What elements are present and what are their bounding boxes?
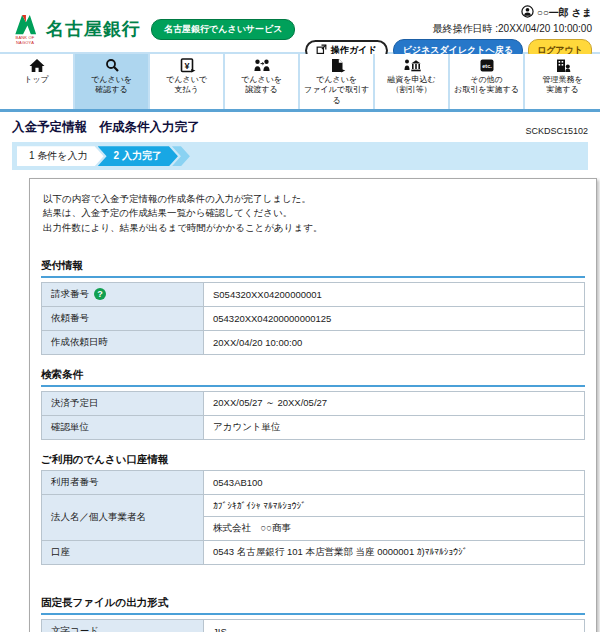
step-2: 2 入力完了 [98,146,178,166]
table-row: 利用者番号 0543AB100 [42,470,585,494]
nav-item-confirm-densai[interactable]: でんさいを 確認する [75,54,150,109]
confirmation-unit-value: アカウント単位 [204,415,585,439]
reception-info-table: 請求番号? S054320XX04200000001 依頼番号 054320XX… [41,282,585,355]
char-code-value: JIS [204,619,585,632]
nav-item-top[interactable]: トップ [0,54,75,109]
main-nav: トップ でんさいを 確認する ¥ でんさいで 支払う でんさいを 譲渡する でん… [0,52,600,112]
order-number-value: 054320XX04200000000125 [204,306,585,330]
home-icon [1,58,72,74]
user-icon [521,5,534,20]
nav-item-transfer-densai[interactable]: でんさいを 譲渡する [225,54,300,109]
nav-item-file-densai[interactable]: でんさいを ファイルで取引する [300,54,375,109]
section-account-heading: ご利用のでんさい口座情報 [41,453,585,467]
densai-account-table: 利用者番号 0543AB100 法人名／個人事業者名 ｶﾌﾞｼｷｶﾞｲｼｬ ﾏﾙ… [41,470,585,565]
table-row: 確認単位 アカウント単位 [42,415,585,439]
screen-id: SCKDSC15102 [525,126,588,136]
page-title: 入金予定情報 作成条件入力完了 [12,119,200,136]
settlement-date-value: 20XX/05/27 ～ 20XX/05/27 [204,391,585,415]
table-row: 作成依頼日時 20XX/04/20 10:00:00 [42,330,585,354]
section-fixed-format-heading: 固定長ファイルの出力形式 [41,596,585,615]
nav-item-apply-loan[interactable]: 融資を申込む （割引等） [375,54,450,109]
company-name-value: 株式会社 ○○商事 [204,516,585,540]
svg-text:¥: ¥ [184,61,189,71]
logo-caption: BANK OF NAGOYA [10,36,40,45]
header: BANK OF NAGOYA 名古屋銀行 名古屋銀行でんさいサービス ○○一郎 … [0,0,600,52]
step-1: 1 条件を入力 [17,146,104,166]
table-row: 文字コード JIS [42,619,585,632]
section-reception-heading: 受付情報 [41,259,585,278]
admin-icon [526,58,599,74]
completion-message: 以下の内容で入金予定情報の作成条件の入力が完了しました。 結果は、入金予定の作成… [43,192,585,235]
last-operation-time: 最終操作日時 :20XX/04/20 10:00:00 [305,22,592,36]
search-icon [76,58,147,74]
bank-logo: BANK OF NAGOYA 名古屋銀行 名古屋銀行でんさいサービス [10,5,295,49]
user-number-value: 0543AB100 [204,470,585,494]
account-value: 0543 名古屋銀行 101 本店営業部 当座 0000001 ｶ)ﾏﾙﾏﾙｼｮ… [204,540,585,564]
fixed-format-table: 文字コード JIS 改行コード 有 [41,619,585,632]
table-row: 依頼番号 054320XX04200000000125 [42,306,585,330]
table-row: 請求番号? S054320XX04200000001 [42,282,585,306]
bank-name: 名古屋銀行 [46,17,141,41]
nav-item-admin-tasks[interactable]: 管理業務を 実施する [525,54,600,109]
section-search-heading: 検索条件 [41,368,585,387]
user-name: ○○一郎 さま [537,6,592,20]
company-name-kana-value: ｶﾌﾞｼｷｶﾞｲｼｬ ﾏﾙﾏﾙｼｮｳｼﾞ [204,494,585,516]
loan-icon [376,58,447,74]
transfer-icon [226,58,297,74]
content-panel: 以下の内容で入金予定情報の作成条件の入力が完了しました。 結果は、入金予定の作成… [29,178,597,632]
step-indicator: 1 条件を入力 2 入力完了 [12,142,588,170]
creation-request-datetime-value: 20XX/04/20 10:00:00 [204,330,585,354]
help-icon[interactable]: ? [94,288,106,300]
search-conditions-table: 決済予定日 20XX/05/27 ～ 20XX/05/27 確認単位 アカウント… [41,391,585,440]
etc-icon: etc. [451,58,522,74]
table-row: 法人名／個人事業者名 ｶﾌﾞｼｷｶﾞｲｼｬ ﾏﾙﾏﾙｼｮｳｼﾞ [42,494,585,516]
table-row: 決済予定日 20XX/05/27 ～ 20XX/05/27 [42,391,585,415]
pay-icon: ¥ [151,58,222,74]
svg-text:etc.: etc. [482,63,492,69]
bank-logo-icon: BANK OF NAGOYA [10,13,40,45]
nav-item-other-transactions[interactable]: etc. その他の お取引を実施する [450,54,525,109]
service-badge: 名古屋銀行でんさいサービス [151,19,295,40]
file-icon [301,58,372,74]
request-number-value: S054320XX04200000001 [204,282,585,306]
nav-item-pay-densai[interactable]: ¥ でんさいで 支払う [150,54,225,109]
table-row: 口座 0543 名古屋銀行 101 本店営業部 当座 0000001 ｶ)ﾏﾙﾏ… [42,540,585,564]
